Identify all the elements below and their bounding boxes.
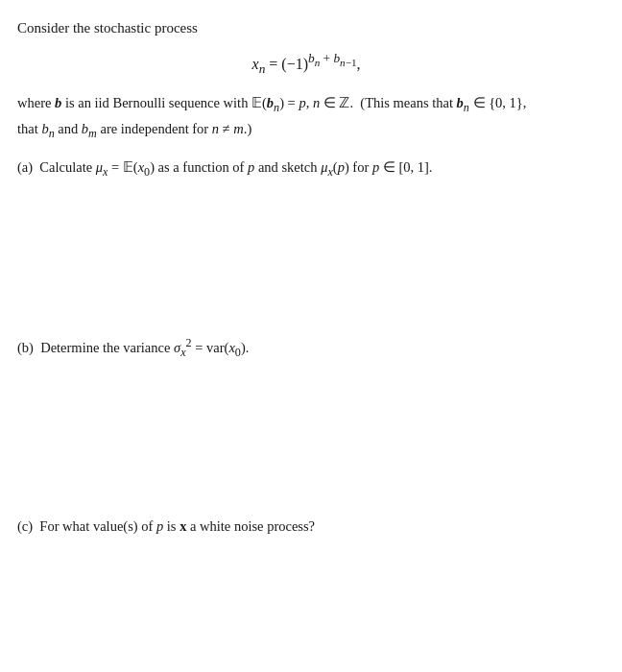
formula-display: xn = (−1)bn + bn−1, (17, 49, 595, 79)
part-a-text: Calculate μx = 𝔼(x0) as a function of p … (39, 159, 432, 175)
part-b-text: Determine the variance σx2 = var(x0). (40, 340, 249, 355)
part-c-text: For what value(s) of p is x a white nois… (39, 518, 315, 534)
part-c-label: (c) (17, 518, 33, 534)
part-c: (c) For what value(s) of p is x a white … (17, 516, 595, 537)
page-content: Consider the stochastic process xn = (−1… (17, 17, 595, 537)
part-a-label: (a) (17, 159, 33, 175)
intro-text: Consider the stochastic process (17, 17, 595, 39)
description-text: where b is an iid Bernoulli sequence wit… (17, 92, 595, 142)
part-a: (a) Calculate μx = 𝔼(x0) as a function o… (17, 156, 595, 181)
part-b-label: (b) (17, 340, 34, 355)
part-b: (b) Determine the variance σx2 = var(x0)… (17, 334, 595, 361)
formula-text: xn = (−1)bn + bn−1, (252, 56, 361, 72)
